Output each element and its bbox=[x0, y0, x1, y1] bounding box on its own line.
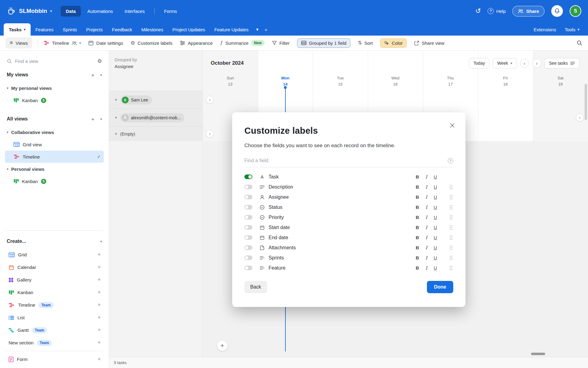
italic-button[interactable]: I bbox=[425, 225, 427, 230]
done-button[interactable]: Done bbox=[427, 281, 453, 293]
field-toggle[interactable] bbox=[244, 245, 252, 250]
field-toggle[interactable] bbox=[244, 215, 252, 220]
appearance-button[interactable]: Appearance bbox=[180, 40, 213, 46]
bold-button[interactable]: B bbox=[416, 215, 419, 220]
underline-button[interactable]: U bbox=[434, 184, 437, 190]
tab-milestones[interactable]: Milestones bbox=[137, 23, 168, 36]
share-view-button[interactable]: Share view bbox=[414, 40, 444, 46]
drag-handle-icon[interactable] bbox=[450, 255, 453, 260]
create-item-new-section[interactable]: New section Team + bbox=[5, 336, 104, 349]
sort-button[interactable]: ⇅ Sort bbox=[358, 40, 373, 46]
views-sidebar-toggle-button[interactable]: ≡ Views bbox=[6, 37, 32, 48]
underline-button[interactable]: U bbox=[434, 225, 437, 230]
create-item-kanban[interactable]: Kanban + bbox=[5, 286, 104, 299]
underline-button[interactable]: U bbox=[434, 255, 437, 260]
collapse-chevron-icon[interactable]: ▾ bbox=[100, 73, 102, 77]
field-toggle[interactable] bbox=[244, 266, 252, 270]
customize-labels-button[interactable]: ⚙ Customize labels bbox=[130, 40, 172, 46]
underline-button[interactable]: U bbox=[434, 235, 437, 240]
drag-handle-icon[interactable] bbox=[450, 235, 453, 240]
range-dropdown[interactable]: Week ▾ bbox=[492, 58, 517, 68]
history-icon[interactable]: ↺ bbox=[475, 8, 481, 14]
plus-icon[interactable]: + bbox=[97, 289, 101, 296]
plus-icon[interactable]: + bbox=[97, 264, 101, 270]
collapse-chevron-icon[interactable]: ▾ bbox=[115, 132, 117, 136]
back-button[interactable]: Back bbox=[244, 281, 267, 293]
plus-icon[interactable]: + bbox=[97, 314, 101, 321]
nav-item-data[interactable]: Data bbox=[61, 6, 81, 17]
collapse-chevron-icon[interactable]: ▾ bbox=[100, 117, 102, 121]
scroll-to-tasks-right-button[interactable]: › bbox=[576, 113, 584, 121]
bold-button[interactable]: B bbox=[416, 255, 419, 260]
italic-button[interactable]: I bbox=[425, 265, 427, 271]
scroll-to-tasks-left-button[interactable]: ‹ bbox=[206, 96, 214, 104]
scroll-to-tasks-left-button[interactable]: ‹ bbox=[206, 130, 214, 138]
see-tasks-button[interactable]: See tasks bbox=[545, 58, 579, 68]
date-settings-button[interactable]: Date settings bbox=[88, 40, 123, 46]
bold-button[interactable]: B bbox=[416, 245, 419, 250]
nav-item-interfaces[interactable]: Interfaces bbox=[119, 6, 150, 17]
user-avatar[interactable]: S bbox=[570, 5, 581, 17]
underline-button[interactable]: U bbox=[434, 265, 437, 270]
field-toggle[interactable] bbox=[244, 235, 252, 240]
tab-feature-updates[interactable]: Feature Updates bbox=[210, 23, 253, 36]
drag-handle-icon[interactable] bbox=[450, 185, 453, 190]
create-item-gantt[interactable]: Gantt Team + bbox=[5, 324, 104, 336]
group-row-sam-lee[interactable]: ▾ S Sam Lee bbox=[109, 91, 202, 109]
plus-icon[interactable]: + bbox=[97, 302, 101, 308]
plus-icon[interactable]: + bbox=[97, 277, 101, 283]
italic-button[interactable]: I bbox=[425, 205, 427, 210]
italic-button[interactable]: I bbox=[425, 235, 427, 240]
underline-button[interactable]: U bbox=[434, 194, 437, 200]
field-toggle[interactable] bbox=[244, 255, 252, 260]
tab-feedback[interactable]: Feedback bbox=[107, 23, 137, 36]
italic-button[interactable]: I bbox=[425, 174, 427, 180]
group-row-empty[interactable]: ▾ (Empty) bbox=[109, 126, 202, 141]
subsection-my-personal-views[interactable]: ▾ My personal views bbox=[5, 82, 104, 94]
tab-tasks[interactable]: Tasks ▾ bbox=[4, 23, 31, 36]
vertical-scrollbar[interactable] bbox=[585, 84, 587, 120]
help-button[interactable]: ? Help bbox=[488, 8, 506, 14]
group-button[interactable]: Grouped by 1 field bbox=[297, 38, 351, 48]
bold-button[interactable]: B bbox=[416, 235, 419, 240]
add-record-button[interactable]: + bbox=[217, 340, 228, 351]
bold-button[interactable]: B bbox=[416, 184, 419, 190]
color-button[interactable]: Color bbox=[380, 38, 407, 48]
view-settings-gear-icon[interactable]: ⚙ bbox=[97, 59, 102, 64]
help-circle-icon[interactable]: ? bbox=[448, 158, 453, 163]
bold-button[interactable]: B bbox=[416, 205, 419, 210]
field-toggle[interactable] bbox=[244, 225, 252, 230]
italic-button[interactable]: I bbox=[425, 184, 427, 190]
share-button[interactable]: Share bbox=[512, 6, 545, 17]
notifications-button[interactable] bbox=[551, 5, 563, 17]
field-toggle[interactable] bbox=[244, 185, 252, 189]
create-item-form[interactable]: Form + bbox=[5, 353, 104, 366]
add-table-button[interactable]: + bbox=[262, 23, 270, 36]
field-toggle[interactable] bbox=[244, 205, 252, 209]
today-button[interactable]: Today bbox=[469, 58, 489, 68]
underline-button[interactable]: U bbox=[434, 174, 437, 179]
collapse-chevron-icon[interactable]: ▾ bbox=[115, 116, 117, 120]
close-icon[interactable] bbox=[448, 121, 456, 129]
nav-item-forms[interactable]: Forms bbox=[159, 6, 183, 17]
sidebar-item-grid-view[interactable]: Grid view bbox=[5, 138, 104, 151]
sidebar-item-kanban-personal[interactable]: Kanban S bbox=[5, 94, 104, 106]
bold-button[interactable]: B bbox=[416, 225, 419, 230]
drag-handle-icon[interactable] bbox=[450, 195, 453, 200]
base-switcher[interactable]: SLMobbin ▾ bbox=[7, 6, 52, 16]
tab-features[interactable]: Features bbox=[31, 23, 58, 36]
sidebar-item-kanban-personal-2[interactable]: Kanban S bbox=[5, 175, 104, 187]
drag-handle-icon[interactable] bbox=[450, 225, 453, 230]
tools-button[interactable]: Tools ▾ bbox=[565, 27, 579, 32]
view-switcher[interactable]: Timeline ▾ bbox=[43, 40, 81, 46]
underline-button[interactable]: U bbox=[434, 205, 437, 210]
nav-item-automations[interactable]: Automations bbox=[82, 6, 118, 17]
add-view-icon[interactable]: + bbox=[92, 117, 94, 122]
plus-icon[interactable]: + bbox=[97, 251, 101, 258]
create-item-calendar[interactable]: Calendar + bbox=[5, 261, 104, 274]
italic-button[interactable]: I bbox=[425, 255, 427, 261]
subsection-collaborative-views[interactable]: ▾ Collaborative views bbox=[5, 126, 104, 138]
tab-project-updates[interactable]: Project Updates bbox=[168, 23, 210, 36]
add-view-icon[interactable]: + bbox=[92, 72, 94, 78]
drag-handle-icon[interactable] bbox=[450, 215, 453, 220]
